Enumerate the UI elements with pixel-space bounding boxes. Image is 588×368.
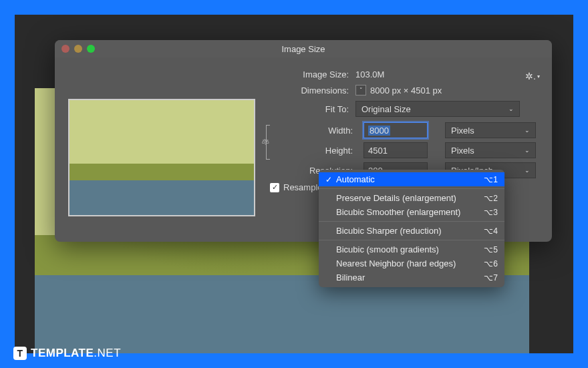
dialog-titlebar: Image Size — [55, 40, 552, 57]
dimensions-label: Dimensions: — [270, 85, 355, 96]
fit-to-select[interactable]: Original Size ⌄ — [355, 101, 520, 117]
resample-option-bilinear[interactable]: Bilinear ⌥7 — [319, 270, 504, 285]
chevron-down-icon: ⌄ — [508, 106, 514, 112]
image-preview — [68, 99, 255, 216]
image-size-value: 103.0M — [355, 69, 384, 79]
width-input[interactable]: 8000 — [363, 122, 428, 138]
resample-checkbox[interactable]: ✓ — [270, 183, 279, 192]
resample-option-nearest-neighbor[interactable]: Nearest Neighbor (hard edges) ⌥6 — [319, 256, 504, 270]
constrain-proportions-toggle[interactable]: 𐄷 — [266, 125, 270, 160]
watermark-icon: T — [13, 347, 27, 360]
check-icon: ✓ — [325, 175, 336, 184]
width-label: Width: — [290, 126, 359, 136]
chevron-down-icon: ⌄ — [525, 147, 530, 154]
fit-to-label: Fit To: — [270, 104, 355, 114]
app-workspace: Image Size ✲. ▾ Image Size: 103.0M Dimen… — [15, 15, 573, 353]
link-icon: 𐄷 — [261, 138, 269, 146]
chevron-down-icon: ⌄ — [525, 167, 530, 174]
watermark: T TEMPLATE.NET — [13, 347, 121, 360]
gear-icon: ✲. — [525, 71, 536, 81]
height-unit-select[interactable]: Pixels ⌄ — [445, 142, 536, 158]
resample-option-bicubic-smoother[interactable]: Bicubic Smoother (enlargement) ⌥3 — [319, 205, 504, 219]
resample-label: Resample — [283, 182, 323, 192]
resample-dropdown: ✓ Automatic ⌥1 Preserve Details (enlarge… — [319, 170, 504, 287]
image-size-label: Image Size: — [270, 69, 355, 79]
dialog-title: Image Size — [55, 44, 552, 54]
resample-option-bicubic-sharper[interactable]: Bicubic Sharper (reduction) ⌥4 — [319, 224, 504, 238]
resample-option-preserve-details[interactable]: Preserve Details (enlargement) ⌥2 — [319, 191, 504, 205]
resample-option-bicubic[interactable]: Bicubic (smooth gradients) ⌥5 — [319, 242, 504, 256]
width-unit-select[interactable]: Pixels ⌄ — [445, 122, 536, 138]
dimensions-value: 8000 px × 4501 px — [370, 85, 442, 96]
settings-gear-button[interactable]: ✲. ▾ — [525, 71, 540, 81]
dimensions-toggle[interactable]: ˅ — [355, 85, 366, 96]
height-input[interactable]: 4501 — [363, 142, 428, 158]
chevron-down-icon: ▾ — [537, 73, 540, 79]
fit-to-value: Original Size — [361, 104, 411, 114]
height-label: Height: — [290, 146, 359, 156]
resample-option-automatic[interactable]: ✓ Automatic ⌥1 — [319, 172, 504, 186]
chevron-down-icon: ⌄ — [525, 127, 530, 134]
